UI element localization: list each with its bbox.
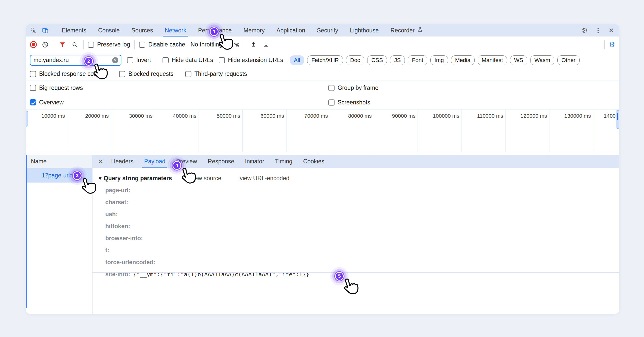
detail-tab-payload[interactable]: Payload: [139, 155, 171, 168]
tab-recorder-label: Recorder: [390, 27, 415, 34]
chip-doc[interactable]: Doc: [346, 55, 364, 65]
checkbox[interactable]: [119, 71, 125, 77]
timeline-right-drag-handle[interactable]: [616, 110, 619, 129]
detail-section-divider: [93, 272, 619, 273]
checkbox[interactable]: [127, 57, 133, 63]
checkbox-checked[interactable]: [30, 99, 36, 105]
param-value: {"__ym":{"fi":"a(1)b(AAA11aAA)c(AAA11aAA…: [133, 271, 309, 278]
search-icon[interactable]: [71, 41, 79, 49]
request-type-chips: All Fetch/XHR Doc CSS JS Font Img Media …: [290, 55, 580, 65]
settings-gear-icon[interactable]: ⚙: [582, 27, 588, 34]
chip-wasm[interactable]: Wasm: [530, 55, 554, 65]
blocked-requests-checkbox[interactable]: Blocked requests: [119, 70, 173, 77]
timeline-tick: 70000 ms: [286, 110, 330, 152]
chip-ws[interactable]: WS: [510, 55, 527, 65]
chip-other[interactable]: Other: [557, 55, 580, 65]
blocked-filter-row: Blocked response cookies Blocked request…: [26, 68, 619, 80]
param-row: charset:: [99, 196, 619, 208]
timeline-tick: 60000 ms: [243, 110, 286, 152]
name-column-header[interactable]: Name: [26, 155, 92, 168]
devtools-window: Elements Console Sources Network Perform…: [26, 24, 619, 314]
divider: [604, 40, 605, 49]
checkbox[interactable]: [30, 71, 36, 77]
filter-input-box: ✕: [30, 55, 121, 66]
tab-security[interactable]: Security: [311, 24, 344, 37]
tab-recorder[interactable]: Recorder: [385, 24, 429, 37]
checkbox[interactable]: [139, 42, 145, 48]
checkbox[interactable]: [219, 57, 225, 63]
clear-filter-icon[interactable]: ✕: [112, 57, 118, 63]
invert-checkbox[interactable]: Invert: [127, 57, 151, 64]
timeline-tick: 50000 ms: [199, 110, 243, 152]
chip-img[interactable]: Img: [430, 55, 448, 65]
screenshots-checkbox[interactable]: Screenshots: [328, 99, 370, 106]
param-key: browser-info:: [105, 235, 143, 242]
timeline-tick: 30000 ms: [111, 110, 155, 152]
flask-icon: [417, 27, 423, 34]
overview-checkbox[interactable]: Overview: [30, 99, 64, 106]
tab-console[interactable]: Console: [92, 24, 125, 37]
third-party-requests-label: Third-party requests: [194, 70, 247, 77]
tab-elements[interactable]: Elements: [56, 24, 92, 37]
checkbox[interactable]: [163, 57, 169, 63]
detail-tab-headers[interactable]: Headers: [106, 155, 139, 168]
checkbox[interactable]: [185, 71, 191, 77]
tab-memory[interactable]: Memory: [238, 24, 271, 37]
param-row: uah:: [99, 208, 619, 220]
preserve-log-label: Preserve log: [97, 41, 130, 48]
hide-extension-urls-checkbox[interactable]: Hide extension URLs: [219, 57, 283, 64]
detail-tab-initiator[interactable]: Initiator: [240, 155, 270, 168]
param-key: t:: [105, 247, 109, 254]
chip-font[interactable]: Font: [408, 55, 427, 65]
param-row: hittoken:: [99, 220, 619, 232]
payload-content: ▼ Query string parameters view source vi…: [93, 168, 619, 280]
chip-css[interactable]: CSS: [367, 55, 387, 65]
view-url-encoded-link[interactable]: view URL-encoded: [240, 175, 289, 182]
checkbox[interactable]: [88, 42, 94, 48]
tab-lighthouse[interactable]: Lighthouse: [344, 24, 385, 37]
chip-fetch-xhr[interactable]: Fetch/XHR: [307, 55, 343, 65]
chip-all[interactable]: All: [290, 55, 304, 65]
export-har-icon[interactable]: [262, 41, 270, 49]
detail-tabbar: ✕ Headers Payload Preview Response Initi…: [93, 155, 619, 168]
tab-application[interactable]: Application: [271, 24, 311, 37]
big-request-rows-checkbox[interactable]: Big request rows: [30, 85, 83, 91]
left-scroll-indicator[interactable]: [26, 155, 27, 308]
timeline-tick: 130000 ms: [549, 110, 593, 152]
more-options-icon[interactable]: ⋮: [595, 27, 601, 34]
clear-network-log-icon[interactable]: [41, 41, 49, 49]
close-devtools-icon[interactable]: ✕: [608, 27, 614, 34]
divider: [134, 40, 135, 49]
tab-sources[interactable]: Sources: [125, 24, 159, 37]
device-toolbar-icon[interactable]: [41, 26, 49, 34]
group-by-frame-checkbox[interactable]: Group by frame: [328, 85, 378, 91]
network-overview-timeline[interactable]: 10000 ms 20000 ms 30000 ms 40000 ms 5000…: [26, 110, 619, 152]
checkbox[interactable]: [328, 85, 335, 91]
inspect-element-icon[interactable]: [29, 26, 38, 34]
timeline-tick: 40000 ms: [155, 110, 199, 152]
timeline-tick: 20000 ms: [67, 110, 111, 152]
checkbox[interactable]: [328, 99, 335, 105]
detail-tab-response[interactable]: Response: [202, 155, 240, 168]
chip-manifest[interactable]: Manifest: [478, 55, 507, 65]
record-network-log-icon[interactable]: [30, 41, 37, 48]
checkbox[interactable]: [30, 85, 36, 91]
timeline-left-drag-handle[interactable]: [26, 111, 28, 127]
detail-tab-timing[interactable]: Timing: [270, 155, 298, 168]
import-har-icon[interactable]: [249, 41, 258, 49]
preserve-log-checkbox[interactable]: Preserve log: [88, 41, 130, 48]
options-row-2: Overview Screenshots: [26, 95, 619, 110]
disable-cache-checkbox[interactable]: Disable cache: [139, 41, 185, 48]
tab-network[interactable]: Network: [159, 24, 192, 37]
chevron-expanded-icon[interactable]: ▼: [99, 176, 102, 181]
chip-media[interactable]: Media: [451, 55, 475, 65]
chip-js[interactable]: JS: [390, 55, 405, 65]
third-party-requests-checkbox[interactable]: Third-party requests: [185, 70, 247, 77]
timeline-tick: 10000 ms: [26, 110, 67, 152]
network-settings-gear-icon[interactable]: ⚙: [609, 41, 615, 49]
detail-tab-cookies[interactable]: Cookies: [298, 155, 330, 168]
filter-funnel-icon[interactable]: [58, 41, 66, 49]
query-string-parameters-title[interactable]: Query string parameters: [104, 175, 172, 182]
close-detail-icon[interactable]: ✕: [98, 158, 103, 165]
hide-data-urls-checkbox[interactable]: Hide data URLs: [163, 57, 213, 64]
